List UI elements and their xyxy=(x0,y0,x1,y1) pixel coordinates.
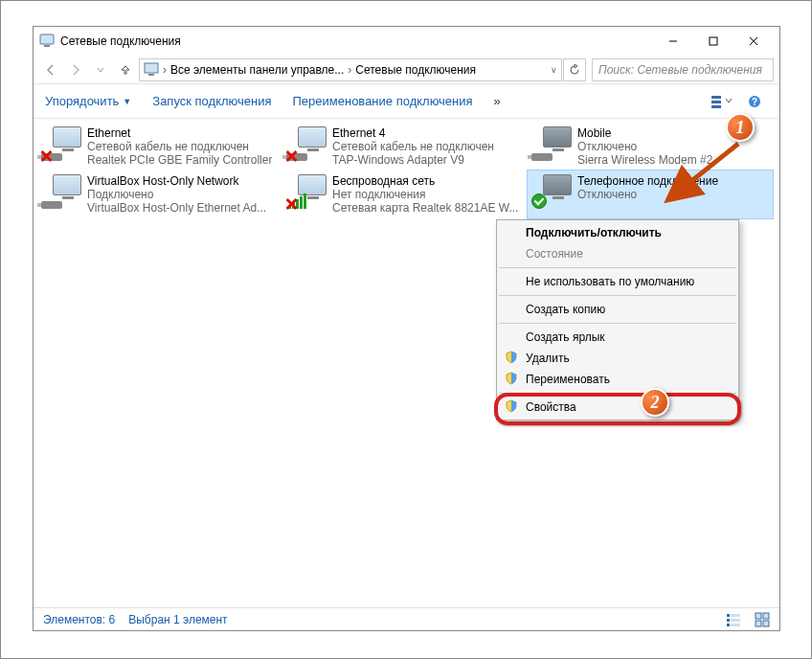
ctx-separator xyxy=(499,323,736,324)
svg-rect-3 xyxy=(710,37,717,45)
svg-rect-14 xyxy=(731,614,740,617)
recent-dropdown[interactable] xyxy=(89,58,112,81)
annotation-callout-1: 1 xyxy=(726,113,755,142)
ctx-delete[interactable]: Удалить xyxy=(497,348,738,369)
item-name: Ethernet xyxy=(87,126,272,140)
item-name: Беспроводная сеть xyxy=(332,174,518,188)
svg-rect-15 xyxy=(727,619,730,622)
chevron-right-icon: › xyxy=(163,63,167,77)
network-adapter-icon xyxy=(286,126,327,161)
ctx-separator xyxy=(499,393,736,394)
svg-rect-8 xyxy=(711,96,721,99)
svg-rect-22 xyxy=(763,621,769,626)
item-status: Подключено xyxy=(87,188,266,201)
svg-text:?: ? xyxy=(752,97,757,107)
back-button[interactable] xyxy=(39,58,62,81)
details-view-icon[interactable] xyxy=(726,612,741,627)
item-status: Сетевой кабель не подключен xyxy=(332,140,494,153)
network-adapter-icon xyxy=(41,174,81,209)
connection-item[interactable]: Ethernet 4 Сетевой кабель не подключен T… xyxy=(282,123,528,170)
item-name: Ethernet 4 xyxy=(332,126,494,140)
modem-icon xyxy=(531,174,572,209)
shield-icon xyxy=(505,351,518,364)
ctx-shortcut[interactable]: Создать ярлык xyxy=(497,327,738,348)
breadcrumb-item[interactable]: Сетевые подключения xyxy=(355,63,476,77)
window-title: Сетевые подключения xyxy=(60,34,653,48)
svg-rect-7 xyxy=(148,74,154,76)
rename-connection-button[interactable]: Переименование подключения xyxy=(293,94,473,108)
item-device: TAP-Windows Adapter V9 xyxy=(332,153,494,167)
annotation-arrow xyxy=(660,138,746,215)
svg-rect-17 xyxy=(727,624,730,626)
app-icon xyxy=(39,34,55,49)
ctx-separator xyxy=(499,267,736,268)
breadcrumb-item[interactable]: Все элементы панели управле... xyxy=(170,63,344,77)
item-name: VirtualBox Host-Only Network xyxy=(87,174,266,188)
ctx-connect[interactable]: Подключить/отключить xyxy=(497,222,738,243)
start-connection-button[interactable]: Запуск подключения xyxy=(152,94,271,108)
search-input[interactable]: Поиск: Сетевые подключения xyxy=(592,58,774,81)
help-button[interactable]: ? xyxy=(741,90,768,113)
svg-rect-1 xyxy=(44,45,50,47)
svg-rect-9 xyxy=(711,101,721,103)
address-bar: › Все элементы панели управле... › Сетев… xyxy=(34,56,779,84)
network-adapter-icon xyxy=(41,126,81,161)
organize-menu[interactable]: Упорядочить▼ xyxy=(45,94,131,108)
overflow-button[interactable]: » xyxy=(494,94,501,108)
ctx-copy[interactable]: Создать копию xyxy=(497,299,738,320)
svg-rect-16 xyxy=(731,619,740,622)
svg-rect-6 xyxy=(145,63,158,73)
large-icons-view-icon[interactable] xyxy=(755,612,770,627)
shield-icon xyxy=(505,399,518,413)
item-count: Элементов: 6 xyxy=(43,613,115,626)
modem-icon xyxy=(531,126,572,161)
item-device: Сетевая карта Realtek 8821AE W... xyxy=(332,201,518,215)
annotation-callout-2: 2 xyxy=(641,388,669,417)
control-panel-icon xyxy=(144,62,159,78)
command-bar: Упорядочить▼ Запуск подключения Переимен… xyxy=(34,84,779,119)
svg-rect-18 xyxy=(731,624,740,626)
svg-line-23 xyxy=(671,144,738,197)
svg-rect-13 xyxy=(727,614,730,617)
view-options-button[interactable] xyxy=(709,90,735,113)
forward-button[interactable] xyxy=(64,58,87,81)
ctx-default[interactable]: Не использовать по умолчанию xyxy=(497,271,738,292)
svg-rect-10 xyxy=(711,105,721,108)
close-button[interactable] xyxy=(733,28,774,55)
svg-rect-19 xyxy=(756,613,761,619)
svg-rect-21 xyxy=(756,621,761,626)
connection-item[interactable]: VirtualBox Host-Only Network Подключено … xyxy=(37,170,282,218)
ctx-separator xyxy=(499,295,736,296)
ctx-properties[interactable]: Свойства xyxy=(497,397,738,418)
titlebar: Сетевые подключения xyxy=(34,27,779,56)
connection-item[interactable]: Беспроводная сеть Нет подключения Сетева… xyxy=(282,170,528,218)
context-menu: Подключить/отключить Состояние Не исполь… xyxy=(496,219,739,420)
refresh-button[interactable] xyxy=(563,58,586,81)
address-box[interactable]: › Все элементы панели управле... › Сетев… xyxy=(139,58,562,81)
item-status: Нет подключения xyxy=(332,188,518,201)
svg-rect-0 xyxy=(40,34,54,44)
status-bar: Элементов: 6 Выбран 1 элемент xyxy=(34,607,779,630)
svg-rect-20 xyxy=(763,613,769,619)
item-device: VirtualBox Host-Only Ethernet Ad... xyxy=(87,201,266,215)
minimize-button[interactable] xyxy=(653,28,693,55)
chevron-down-icon[interactable]: ∨ xyxy=(551,65,557,75)
ctx-rename[interactable]: Переименовать xyxy=(497,369,738,390)
ctx-status: Состояние xyxy=(497,243,738,264)
up-button[interactable] xyxy=(114,58,137,81)
selection-count: Выбран 1 элемент xyxy=(128,613,227,626)
item-device: Realtek PCIe GBE Family Controller xyxy=(87,153,272,167)
connection-item[interactable]: Ethernet Сетевой кабель не подключен Rea… xyxy=(37,123,282,170)
maximize-button[interactable] xyxy=(693,28,733,55)
chevron-right-icon: › xyxy=(348,63,351,77)
shield-icon xyxy=(505,372,518,385)
item-status: Сетевой кабель не подключен xyxy=(87,140,272,153)
window-buttons xyxy=(653,28,774,55)
wifi-adapter-icon xyxy=(286,174,327,209)
